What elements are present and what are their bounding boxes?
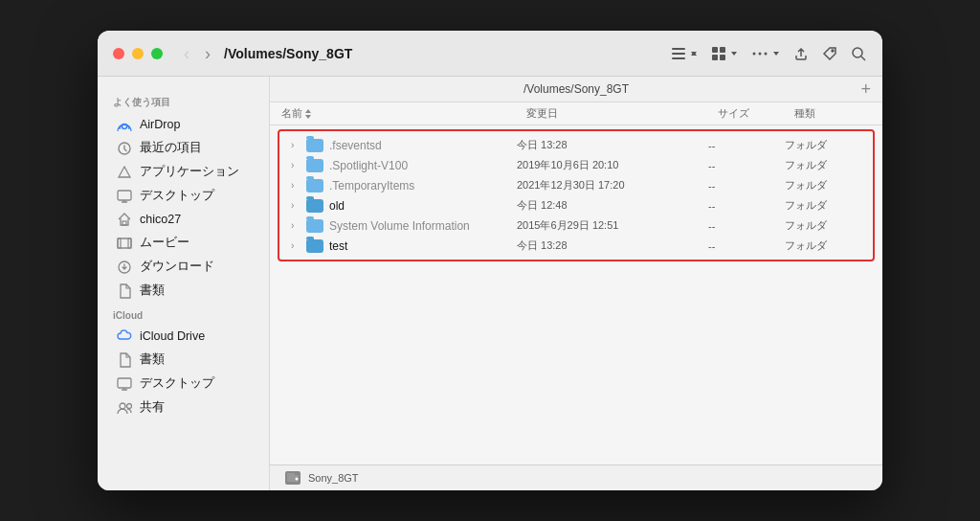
file-date-2: 2021年12月30日 17:20 xyxy=(517,178,708,193)
titlebar: ‹ › /Volumes/Sony_8GT xyxy=(98,31,882,77)
sidebar-item-airdrop[interactable]: AirDrop xyxy=(101,113,265,136)
row-chevron-3[interactable]: › xyxy=(291,200,301,211)
shared-icon xyxy=(117,400,132,416)
file-date-3: 今日 12:48 xyxy=(517,198,708,213)
movies-icon xyxy=(117,236,132,251)
close-button[interactable] xyxy=(113,48,124,59)
sidebar-item-chico27-label: chico27 xyxy=(140,213,181,226)
file-name-0: .fseventsd xyxy=(329,139,382,152)
svg-rect-4 xyxy=(720,47,725,53)
applications-icon xyxy=(117,165,132,180)
sidebar-item-desktop-label: デスクトップ xyxy=(140,188,214,204)
svg-rect-23 xyxy=(118,378,131,388)
location-bar: /Volumes/Sony_8GT + xyxy=(270,77,882,102)
col-header-date[interactable]: 変更日 xyxy=(526,106,718,121)
home-icon xyxy=(117,212,132,227)
tag-icon[interactable] xyxy=(821,45,838,62)
file-kind-0: フォルダ xyxy=(785,138,861,152)
folder-icon-2 xyxy=(306,179,323,193)
col-header-size[interactable]: サイズ xyxy=(718,106,794,121)
downloads-icon xyxy=(117,260,132,275)
file-name-2: .TemporaryItems xyxy=(329,179,414,193)
svg-rect-20 xyxy=(118,238,121,248)
row-chevron-0[interactable]: › xyxy=(291,140,301,150)
svg-point-7 xyxy=(753,52,756,55)
sidebar-item-documents-label: 書類 xyxy=(140,283,165,299)
file-size-0: -- xyxy=(708,140,785,151)
table-row[interactable]: › .fseventsd 今日 13:28 -- フォルダ xyxy=(279,135,873,155)
sidebar-item-icloud-drive-label: iCloud Drive xyxy=(140,329,205,343)
recent-icon xyxy=(117,141,132,156)
svg-rect-1 xyxy=(672,53,685,55)
sidebar-item-icloud-drive[interactable]: iCloud Drive xyxy=(101,325,265,348)
favorites-label: よく使う項目 xyxy=(98,88,269,113)
file-date-5: 今日 13:28 xyxy=(517,238,708,253)
list-view-icon[interactable] xyxy=(670,45,699,62)
folder-icon-1 xyxy=(306,159,323,172)
traffic-lights xyxy=(113,48,163,59)
svg-point-30 xyxy=(296,478,299,481)
back-button[interactable]: ‹ xyxy=(178,43,195,64)
statusbar: Sony_8GT xyxy=(270,464,882,490)
minimize-button[interactable] xyxy=(132,48,144,59)
row-chevron-4[interactable]: › xyxy=(291,220,301,231)
icloud-label: iCloud xyxy=(98,303,269,325)
folder-icon-3 xyxy=(306,199,323,213)
svg-line-12 xyxy=(861,57,865,60)
sidebar-item-applications[interactable]: アプリケーション xyxy=(101,160,265,184)
row-chevron-1[interactable]: › xyxy=(291,160,301,170)
maximize-button[interactable] xyxy=(151,48,163,59)
file-size-1: -- xyxy=(708,160,785,171)
svg-rect-6 xyxy=(720,55,725,60)
row-chevron-5[interactable]: › xyxy=(291,240,301,251)
airdrop-icon xyxy=(117,117,132,132)
sidebar-item-applications-label: アプリケーション xyxy=(140,164,239,180)
svg-point-9 xyxy=(765,52,768,55)
file-size-5: -- xyxy=(708,240,785,252)
table-row[interactable]: › .TemporaryItems 2021年12月30日 17:20 -- フ… xyxy=(279,175,873,195)
add-tab-button[interactable]: + xyxy=(860,79,871,100)
share-icon[interactable] xyxy=(792,45,810,62)
col-header-name[interactable]: 名前 xyxy=(281,106,526,121)
sidebar-item-icloud-docs[interactable]: 書類 xyxy=(101,348,265,372)
icloud-drive-icon xyxy=(117,328,132,344)
content-area: /Volumes/Sony_8GT + 名前 変更日 サイズ 種類 xyxy=(270,77,882,490)
table-row[interactable]: › System Volume Information 2015年6月29日 1… xyxy=(279,215,873,236)
table-row[interactable]: › .Spotlight-V100 2019年10月6日 20:10 -- フォ… xyxy=(279,155,873,175)
sidebar-item-recent-label: 最近の項目 xyxy=(140,140,202,156)
file-date-0: 今日 13:28 xyxy=(517,138,708,152)
sidebar-item-shared-label: 共有 xyxy=(140,399,165,416)
sidebar-item-icloud-desktop[interactable]: デスクトップ xyxy=(101,372,265,396)
search-icon[interactable] xyxy=(850,45,867,62)
documents-icon xyxy=(117,283,132,299)
folder-icon-4 xyxy=(306,219,323,233)
sidebar-item-documents[interactable]: 書類 xyxy=(101,279,265,303)
svg-rect-19 xyxy=(118,238,131,248)
svg-rect-29 xyxy=(287,473,295,476)
svg-point-11 xyxy=(853,48,862,57)
sidebar-item-recent[interactable]: 最近の項目 xyxy=(101,136,265,160)
sidebar-item-icloud-docs-label: 書類 xyxy=(140,351,165,368)
sidebar-item-desktop[interactable]: デスクトップ xyxy=(101,184,265,208)
sidebar-item-movies[interactable]: ムービー xyxy=(101,231,265,255)
file-kind-1: フォルダ xyxy=(785,158,861,172)
file-kind-4: フォルダ xyxy=(785,218,861,233)
row-chevron-2[interactable]: › xyxy=(291,180,301,191)
forward-button[interactable]: › xyxy=(199,43,216,64)
sidebar-item-icloud-desktop-label: デスクトップ xyxy=(140,375,214,392)
sidebar-item-downloads[interactable]: ダウンロード xyxy=(101,255,265,279)
window-title: /Volumes/Sony_8GT xyxy=(224,46,352,61)
file-date-1: 2019年10月6日 20:10 xyxy=(517,158,708,172)
drive-name: Sony_8GT xyxy=(308,472,359,484)
svg-rect-3 xyxy=(712,47,718,53)
table-row[interactable]: › old 今日 12:48 -- フォルダ xyxy=(279,195,873,215)
grid-view-icon[interactable] xyxy=(710,45,739,62)
nav-buttons: ‹ › xyxy=(178,43,216,64)
more-options-icon[interactable] xyxy=(750,45,781,62)
sidebar-item-shared[interactable]: 共有 xyxy=(101,396,265,419)
table-row[interactable]: › test 今日 13:28 -- フォルダ xyxy=(279,236,873,256)
main-area: よく使う項目 AirDrop 最 xyxy=(98,77,882,490)
col-header-kind[interactable]: 種類 xyxy=(794,106,871,121)
finder-window: ‹ › /Volumes/Sony_8GT xyxy=(98,31,882,490)
sidebar-item-chico27[interactable]: chico27 xyxy=(101,208,265,231)
